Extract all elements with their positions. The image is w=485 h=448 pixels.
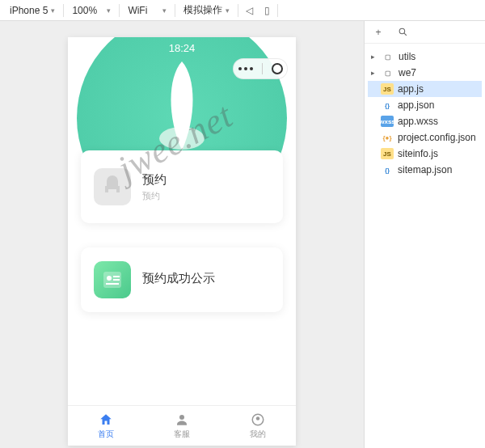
separator (175, 4, 175, 17)
home-icon (99, 412, 113, 427)
file-label: sitemap.json (398, 164, 452, 175)
device-select[interactable]: iPhone 5 ▾ (5, 2, 60, 19)
card-title: 预约 (142, 172, 167, 188)
svg-point-2 (107, 276, 112, 281)
json-file-icon: {●} (381, 132, 394, 143)
folder-icon: ▢ (382, 67, 394, 78)
file-app-js[interactable]: JS app.js (368, 81, 482, 97)
capsule-divider (262, 63, 263, 74)
folder-utils[interactable]: ▸ ▢ utils (368, 49, 482, 65)
folder-label: utils (399, 51, 415, 62)
simulator-area: 18:24 预约 预约 预约成功公示 (0, 21, 364, 448)
js-file-icon: JS (381, 83, 394, 95)
folder-label: we7 (399, 67, 416, 78)
file-app-json[interactable]: {} app.json (368, 97, 482, 113)
tab-bar: 首页 客服 我的 (68, 405, 296, 446)
file-label: app.js (398, 83, 424, 95)
tab-me[interactable]: 我的 (220, 406, 296, 446)
sound-icon[interactable]: ◁ (242, 3, 256, 18)
caret-right-icon: ▸ (371, 53, 377, 61)
file-project-config[interactable]: {●} project.config.json (368, 129, 482, 146)
tab-service[interactable]: 客服 (144, 406, 220, 446)
json-file-icon: {} (381, 164, 394, 175)
card-subtitle: 预约 (142, 190, 167, 202)
chevron-down-icon: ▾ (162, 6, 167, 15)
js-file-icon: JS (381, 148, 394, 159)
file-label: app.json (398, 99, 434, 111)
caret-right-icon: ▸ (371, 69, 377, 77)
simulator-toolbar: iPhone 5 ▾ 100% ▾ WiFi ▾ 模拟操作 ▾ ◁ ▯ (0, 0, 485, 21)
file-label: app.wxss (398, 116, 438, 127)
sim-label: 模拟操作 (183, 3, 222, 17)
user-icon (251, 412, 265, 427)
svg-line-10 (404, 33, 407, 36)
card-reserve[interactable]: 预约 预约 (81, 150, 283, 223)
tab-home[interactable]: 首页 (68, 406, 144, 446)
sim-select[interactable]: 模拟操作 ▾ (179, 2, 234, 19)
tab-label: 首页 (98, 429, 114, 440)
svg-point-6 (179, 415, 184, 420)
separator (119, 4, 120, 17)
network-label: WiFi (128, 5, 147, 16)
cut-icon[interactable]: ▯ (259, 3, 274, 18)
file-app-wxss[interactable]: wxss app.wxss (368, 113, 482, 129)
card-text: 预约成功公示 (142, 271, 215, 289)
menu-dots-icon (238, 67, 253, 70)
zoom-select[interactable]: 100% ▾ (67, 2, 116, 19)
file-tree: ▸ ▢ utils ▸ ▢ we7 JS app.js {} app.json … (365, 44, 485, 183)
zoom-label: 100% (72, 5, 97, 16)
file-sitemap-json[interactable]: {} sitemap.json (368, 162, 482, 178)
service-icon (175, 412, 189, 427)
file-siteinfo-js[interactable]: JS siteinfo.js (368, 146, 482, 162)
file-explorer: + ▸ ▢ utils ▸ ▢ we7 JS app.js {} app.jso… (364, 21, 485, 448)
svg-rect-4 (113, 279, 120, 281)
explorer-header: + (365, 21, 485, 44)
separator (277, 4, 278, 17)
json-file-icon: {} (381, 99, 394, 111)
svg-rect-3 (113, 276, 120, 277)
capsule-button[interactable] (233, 58, 288, 79)
chevron-down-icon: ▾ (107, 6, 111, 15)
tab-label: 客服 (174, 429, 190, 440)
svg-rect-5 (106, 283, 119, 285)
rocket-icon (150, 53, 214, 158)
chevron-down-icon: ▾ (51, 6, 55, 15)
network-select[interactable]: WiFi ▾ (123, 2, 171, 19)
separator (238, 4, 238, 17)
svg-point-9 (399, 28, 405, 34)
search-icon[interactable] (395, 25, 410, 40)
wxss-file-icon: wxss (381, 116, 394, 127)
separator (63, 4, 64, 17)
chevron-down-icon: ▾ (226, 6, 230, 15)
chair-icon (94, 168, 131, 205)
device-label: iPhone 5 (10, 5, 48, 16)
tab-label: 我的 (250, 429, 266, 440)
card-announce[interactable]: 预约成功公示 (81, 247, 283, 312)
close-ring-icon (272, 63, 283, 74)
file-label: project.config.json (398, 132, 476, 143)
folder-icon: ▢ (382, 51, 394, 62)
add-icon[interactable]: + (371, 25, 386, 40)
svg-point-8 (256, 416, 260, 421)
phone-frame: 18:24 预约 预约 预约成功公示 (68, 37, 296, 446)
folder-we7[interactable]: ▸ ▢ we7 (368, 65, 482, 81)
contact-card-icon (94, 261, 131, 298)
file-label: siteinfo.js (398, 148, 438, 159)
status-time: 18:24 (169, 42, 196, 54)
card-text: 预约 预约 (142, 172, 167, 202)
card-title: 预约成功公示 (142, 271, 215, 286)
